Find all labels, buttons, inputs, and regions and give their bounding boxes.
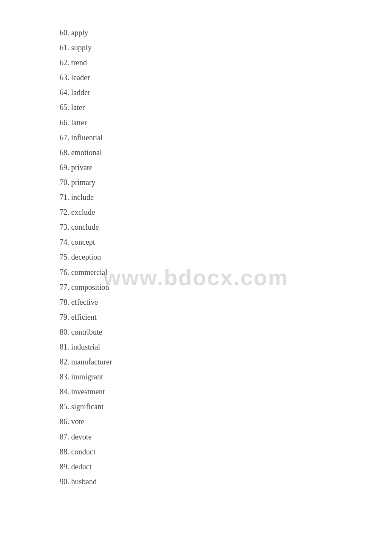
list-item: 87. devote xyxy=(60,430,392,445)
list-item: 79. efficient xyxy=(60,310,392,325)
list-item: 61. supply xyxy=(60,40,392,55)
list-item: 83. immigrant xyxy=(60,370,392,384)
list-item: 86. vote xyxy=(60,414,392,429)
list-item: 66. latter xyxy=(60,116,392,130)
list-item: 62. trend xyxy=(60,55,392,70)
list-item: 74. concept xyxy=(60,235,392,250)
list-item: 81. industrial xyxy=(60,340,392,355)
list-item: 78. effective xyxy=(60,295,392,310)
list-item: 70. primary xyxy=(60,175,392,190)
list-item: 82. manufacturer xyxy=(60,355,392,370)
list-item: 84. investment xyxy=(60,384,392,399)
list-item: 90. husband xyxy=(60,474,392,489)
list-item: 73. conclude xyxy=(60,220,392,235)
list-item: 85. significant xyxy=(60,399,392,414)
list-item: 67. influential xyxy=(60,130,392,145)
list-item: 72. exclude xyxy=(60,205,392,220)
list-item: 60. apply xyxy=(60,26,392,40)
list-item: 75. deception xyxy=(60,250,392,265)
list-item: 69. private xyxy=(60,160,392,175)
list-item: 71. include xyxy=(60,190,392,205)
list-item: 68. emotional xyxy=(60,145,392,160)
list-item: 76. commercial xyxy=(60,265,392,280)
list-item: 64. ladder xyxy=(60,85,392,100)
list-item: 63. leader xyxy=(60,70,392,85)
list-item: 65. later xyxy=(60,100,392,115)
list-item: 89. deduct xyxy=(60,460,392,474)
list-item: 77. composition xyxy=(60,280,392,295)
list-item: 88. conduct xyxy=(60,445,392,460)
list-item: 80. contribute xyxy=(60,325,392,340)
word-list: 60. apply61. supply62. trend63. leader64… xyxy=(0,0,392,515)
